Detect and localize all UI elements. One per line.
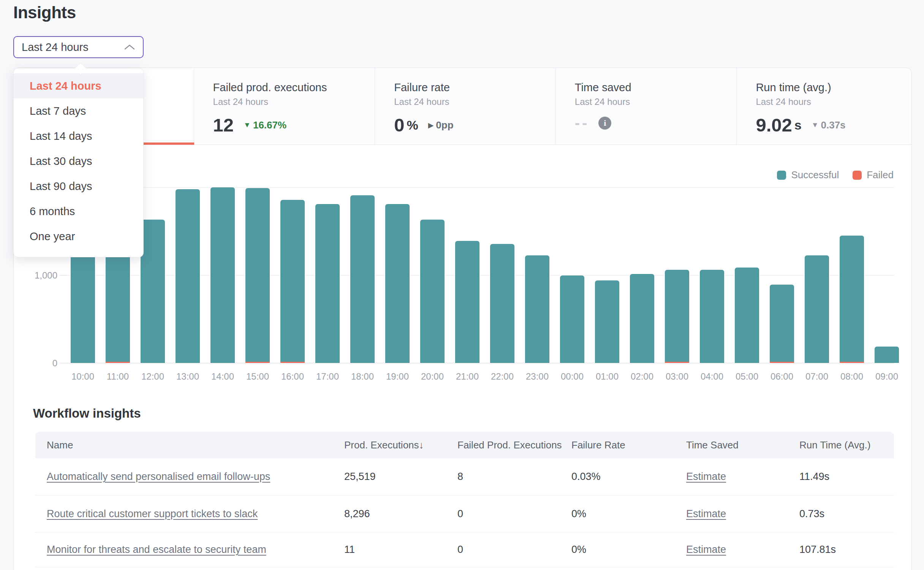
menu-item-last-30-days[interactable]: Last 30 days bbox=[14, 149, 143, 174]
column-header-name[interactable]: Name bbox=[47, 439, 73, 451]
legend-swatch bbox=[777, 171, 786, 180]
menu-item-last-7-days[interactable]: Last 7 days bbox=[14, 98, 143, 124]
summary-tab-value: 0 bbox=[394, 114, 404, 136]
column-header-run-time-avg[interactable]: Run Time (Avg.) bbox=[799, 439, 870, 451]
x-axis-label: 21:00 bbox=[456, 371, 479, 382]
x-axis-label: 22:00 bbox=[491, 371, 514, 382]
triangle-right-icon: ▶ bbox=[428, 121, 434, 130]
chart-bar[interactable] bbox=[315, 204, 340, 363]
x-axis-label: 03:00 bbox=[666, 371, 688, 382]
legend-item-successful[interactable]: Successful bbox=[777, 169, 839, 181]
y-axis-tick bbox=[59, 363, 68, 363]
cell-run-time: 0.73s bbox=[799, 508, 824, 520]
chart-bar[interactable] bbox=[141, 220, 165, 363]
chart-bar[interactable] bbox=[875, 347, 899, 363]
column-header-prod-executions[interactable]: Prod. Executions↓ bbox=[344, 439, 424, 451]
cell-prod-executions: 8,296 bbox=[344, 508, 370, 520]
info-icon[interactable]: i bbox=[598, 117, 611, 130]
summary-tab-delta-text: 0pp bbox=[436, 119, 453, 131]
summary-tab-failure-rate[interactable]: Failure rateLast 24 hours0%▶0pp bbox=[375, 68, 556, 144]
cell-name: Monitor for threats and escalate to secu… bbox=[47, 544, 266, 556]
x-axis-label: 15:00 bbox=[246, 371, 269, 382]
chart-bar[interactable] bbox=[420, 220, 445, 363]
summary-tab-subtitle: Last 24 hours bbox=[756, 95, 911, 108]
summary-tab-value-unit: s bbox=[794, 118, 802, 133]
chart-bar[interactable] bbox=[455, 241, 479, 363]
chart-bar[interactable] bbox=[385, 204, 410, 363]
chart-legend: SuccessfulFailed bbox=[777, 169, 894, 181]
cell-run-time: 11.49s bbox=[799, 471, 829, 483]
summary-tab-delta: ▶0pp bbox=[428, 119, 454, 131]
estimate-link[interactable]: Estimate bbox=[686, 544, 726, 555]
summary-tab-value-row: --i bbox=[575, 114, 612, 131]
x-axis-label: 13:00 bbox=[176, 371, 199, 382]
menu-item-last-24-hours[interactable]: Last 24 hours bbox=[14, 73, 143, 98]
x-axis-label: 17:00 bbox=[316, 371, 339, 382]
menu-item-6-months[interactable]: 6 months bbox=[14, 199, 143, 224]
chart-bar-failed-segment bbox=[770, 362, 794, 363]
cell-prod-executions: 11 bbox=[344, 544, 355, 556]
x-axis-label: 02:00 bbox=[631, 371, 653, 382]
x-axis-label: 06:00 bbox=[771, 371, 793, 382]
x-axis-label: 04:00 bbox=[701, 371, 723, 382]
chart-bar[interactable] bbox=[350, 195, 375, 363]
chart-bar[interactable] bbox=[560, 276, 584, 363]
column-header-failed-prod-executions[interactable]: Failed Prod. Executions bbox=[457, 439, 562, 451]
chart-bar[interactable] bbox=[840, 236, 864, 363]
triangle-down-icon: ▼ bbox=[812, 121, 819, 129]
chart-bar[interactable] bbox=[665, 270, 689, 363]
chart-bar-failed-segment bbox=[245, 362, 270, 363]
chart-bar[interactable] bbox=[280, 200, 305, 363]
cell-run-time: 107.81s bbox=[799, 544, 836, 556]
chart-bar[interactable] bbox=[525, 255, 549, 363]
chart-bar[interactable] bbox=[770, 285, 794, 363]
menu-item-last-14-days[interactable]: Last 14 days bbox=[14, 124, 143, 149]
chart-bar[interactable] bbox=[245, 188, 270, 363]
workflow-link[interactable]: Route critical customer support tickets … bbox=[47, 508, 258, 519]
chart-bar[interactable] bbox=[176, 189, 200, 363]
estimate-link[interactable]: Estimate bbox=[686, 471, 726, 482]
chart-bar[interactable] bbox=[490, 244, 514, 363]
cell-failure-rate: 0% bbox=[571, 544, 586, 556]
estimate-link[interactable]: Estimate bbox=[686, 508, 726, 519]
legend-item-failed[interactable]: Failed bbox=[853, 169, 894, 181]
chart-bar-failed-segment bbox=[106, 362, 130, 363]
chart-bar[interactable] bbox=[595, 280, 619, 363]
time-range-select[interactable]: Last 24 hours bbox=[13, 36, 144, 58]
y-axis-label: 1,000 bbox=[35, 270, 57, 281]
time-range-selected-value: Last 24 hours bbox=[22, 41, 124, 54]
chart-bar[interactable] bbox=[700, 270, 724, 363]
menu-item-last-90-days[interactable]: Last 90 days bbox=[14, 174, 143, 199]
table-row: Automatically send personalised email fo… bbox=[35, 458, 894, 496]
y-axis-label: 0 bbox=[52, 358, 57, 369]
summary-tab-run-time-avg[interactable]: Run time (avg.)Last 24 hours9.02s▼0.37s bbox=[737, 68, 911, 144]
page-title: Insights bbox=[13, 3, 76, 22]
x-axis-label: 00:00 bbox=[561, 371, 584, 382]
chart-bar[interactable] bbox=[805, 255, 829, 363]
workflow-link[interactable]: Monitor for threats and escalate to secu… bbox=[47, 544, 266, 555]
legend-label: Failed bbox=[867, 169, 894, 181]
summary-tab-title: Time saved bbox=[575, 79, 737, 95]
summary-tab-time-saved[interactable]: Time savedLast 24 hours--i bbox=[556, 68, 737, 144]
summary-tab-title: Run time (avg.) bbox=[756, 79, 911, 95]
x-axis-label: 11:00 bbox=[107, 371, 129, 382]
triangle-down-icon: ▼ bbox=[244, 121, 251, 129]
summary-tab-delta: ▼0.37s bbox=[812, 119, 846, 131]
chart-bar[interactable] bbox=[210, 187, 235, 363]
summary-tab-failed-prod-executions[interactable]: Failed prod. executionsLast 24 hours12▼1… bbox=[194, 68, 375, 144]
chart-bar[interactable] bbox=[630, 274, 654, 363]
summary-tab-title: Failed prod. executions bbox=[213, 79, 375, 95]
x-axis-label: 09:00 bbox=[875, 371, 898, 382]
summary-tab-value-unit: % bbox=[407, 118, 418, 133]
cell-time-saved: Estimate bbox=[686, 508, 726, 520]
column-header-failure-rate[interactable]: Failure Rate bbox=[571, 439, 625, 451]
x-axis-label: 07:00 bbox=[805, 371, 828, 382]
chart-bar[interactable] bbox=[735, 268, 759, 363]
menu-item-one-year[interactable]: One year bbox=[14, 224, 143, 249]
workflow-insights-heading: Workflow insights bbox=[33, 406, 141, 421]
summary-tab-title: Failure rate bbox=[394, 79, 555, 95]
cell-name: Route critical customer support tickets … bbox=[47, 508, 258, 520]
column-header-time-saved[interactable]: Time Saved bbox=[686, 439, 739, 451]
time-range-menu: Last 24 hoursLast 7 daysLast 14 daysLast… bbox=[13, 68, 144, 257]
workflow-link[interactable]: Automatically send personalised email fo… bbox=[47, 471, 270, 482]
